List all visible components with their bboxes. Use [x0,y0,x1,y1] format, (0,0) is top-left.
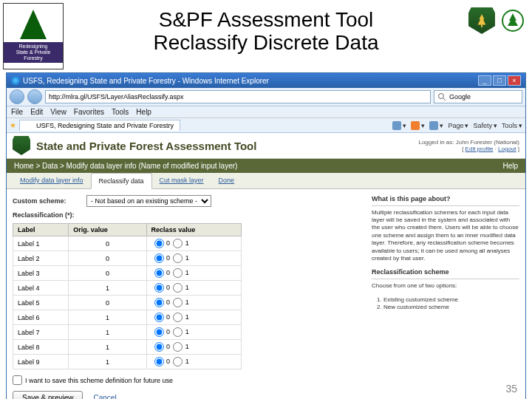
save-scheme-label: I want to save this scheme definition fo… [25,377,173,384]
forward-button[interactable] [27,89,42,104]
forest-seal-icon [499,7,526,34]
tool-home[interactable]: ▾ [392,121,406,130]
ie-icon [11,76,20,85]
row-label: Label 1 [13,236,69,251]
row-label: Label 2 [13,251,69,266]
menu-bar: File Edit View Favorites Tools Help [7,106,525,118]
row-label: Label 4 [13,281,69,296]
table-row: Label 50 0 1 [13,296,242,310]
radio-1[interactable] [173,313,183,322]
row-orig: 0 [69,251,146,266]
scheme-intro: Choose from one of two options: [372,282,519,290]
row-reclass: 0 1 [146,281,241,296]
radio-0[interactable] [154,327,164,337]
page-tab-2[interactable]: Cut mask layer [152,173,211,188]
tool-safety[interactable]: Safety▾ [473,122,497,129]
save-preview-button[interactable]: Save & preview [13,391,83,399]
scheme-select[interactable]: - Not based on an existing scheme - [86,195,211,207]
scheme-option-1: Existing customized scheme [383,296,519,304]
row-label: Label 6 [13,310,69,325]
svg-point-1 [439,94,444,99]
col-orig: Orig. value [69,224,146,236]
redesigning-logo: RedesigningState & Private Forestry [3,3,64,69]
radio-1[interactable] [173,253,183,263]
row-orig: 1 [69,281,146,296]
cancel-link[interactable]: Cancel [93,394,116,399]
search-box[interactable]: Google [434,90,522,103]
menu-tools[interactable]: Tools [112,108,129,116]
row-reclass: 0 1 [146,310,241,325]
print-icon [429,121,438,130]
home-icon [392,121,401,130]
back-button[interactable] [10,89,24,104]
tool-print[interactable]: ▾ [429,121,443,130]
row-orig: 0 [69,266,146,281]
row-reclass: 0 1 [146,325,241,340]
radio-0[interactable] [154,268,164,278]
radio-0[interactable] [154,313,164,322]
breadcrumb: Home > Data > Modify data layer info (Na… [14,162,237,170]
menu-file[interactable]: File [11,108,23,116]
radio-1[interactable] [173,327,183,337]
help-link[interactable]: Help [502,162,518,170]
radio-1[interactable] [173,239,183,248]
reclass-label: Reclassification (*): [13,211,86,219]
address-bar[interactable] [45,90,431,103]
radio-0[interactable] [154,253,164,263]
browser-window: USFS, Redesigning State and Private Fore… [6,72,526,399]
radio-0[interactable] [154,298,164,307]
page-tab-0[interactable]: Modify data layer info [13,173,91,188]
about-heading: What is this page about? [372,195,519,206]
minimize-button[interactable]: _ [478,75,491,86]
row-orig: 1 [69,355,146,369]
menu-edit[interactable]: Edit [30,108,43,116]
col-reclass: Reclass value [146,224,241,236]
radio-0[interactable] [154,239,164,248]
page-tab-3[interactable]: Done [211,173,242,188]
page-tab-1[interactable]: Reclassify data [91,173,152,189]
row-label: Label 7 [13,325,69,340]
logout-link[interactable]: Logout [498,146,516,152]
menu-help[interactable]: Help [136,108,151,116]
scheme-label: Custom scheme: [13,197,86,205]
radio-0[interactable] [154,283,164,293]
window-titlebar: USFS, Redesigning State and Private Fore… [7,73,525,88]
tool-page[interactable]: Page▾ [448,122,468,129]
radio-1[interactable] [173,357,183,366]
row-label: Label 8 [13,340,69,355]
page-number: 35 [505,383,517,395]
row-reclass: 0 1 [146,236,241,251]
menu-favorites[interactable]: Favorites [74,108,104,116]
edit-profile-link[interactable]: Edit profile [466,146,494,152]
table-row: Label 81 0 1 [13,340,242,355]
table-row: Label 61 0 1 [13,310,242,325]
menu-view[interactable]: View [50,108,66,116]
tool-tools[interactable]: Tools▾ [502,122,522,129]
radio-0[interactable] [154,342,164,352]
row-label: Label 9 [13,355,69,369]
row-orig: 0 [69,236,146,251]
radio-1[interactable] [173,283,183,293]
browser-tab[interactable]: USFS, Redesigning State and Private Fore… [19,120,180,131]
table-row: Label 91 0 1 [13,355,242,369]
save-scheme-checkbox[interactable] [13,375,22,385]
tool-feeds[interactable]: ▾ [411,121,425,130]
row-reclass: 0 1 [146,340,241,355]
radio-1[interactable] [173,268,183,278]
login-info: Logged in as: John Forester (National) [… [418,139,519,152]
maximize-button[interactable]: □ [493,75,506,86]
table-row: Label 10 0 1 [13,236,242,251]
radio-1[interactable] [173,342,183,352]
close-button[interactable]: × [508,75,521,86]
row-label: Label 3 [13,266,69,281]
scheme-heading: Reclassification scheme [372,268,519,279]
radio-0[interactable] [154,357,164,366]
radio-1[interactable] [173,298,183,307]
table-row: Label 30 0 1 [13,266,242,281]
row-reclass: 0 1 [146,355,241,369]
window-title: USFS, Redesigning State and Private Fore… [23,77,269,85]
col-label: Label [13,224,69,236]
row-label: Label 5 [13,296,69,310]
table-row: Label 41 0 1 [13,281,242,296]
favorites-star-icon[interactable]: ★ [10,121,16,129]
